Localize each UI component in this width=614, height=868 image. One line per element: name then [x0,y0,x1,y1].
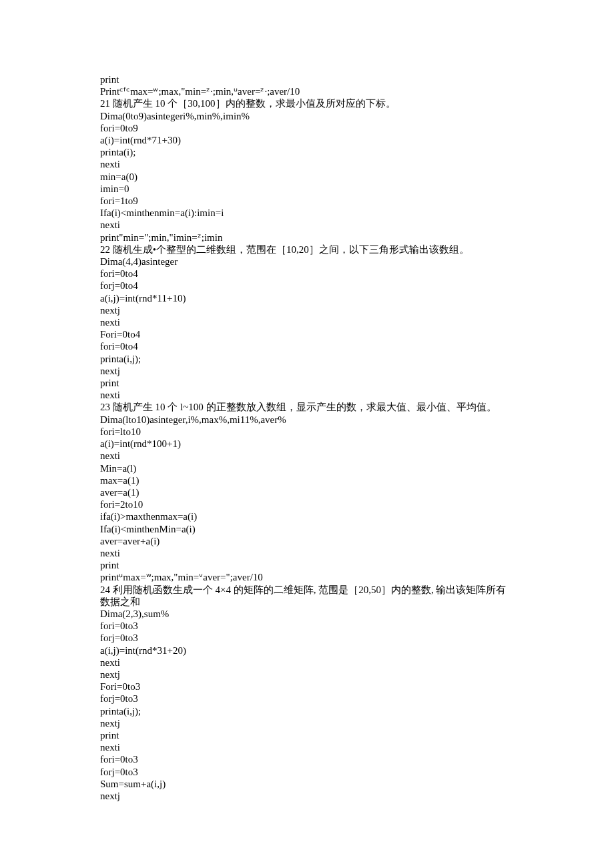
code-line: a(i)=int(rnd*71+30) [100,134,514,146]
code-line: Ifa(i)<minthenmin=a(i):imin=i [100,207,514,219]
code-line: Min=a(l) [100,462,514,474]
code-line: nextj [100,790,514,802]
code-line: forj=0to3 [100,632,514,644]
code-line: fori=lto10 [100,426,514,438]
code-line: printa(i,j); [100,353,514,365]
code-line: a(i)=int(rnd*100+1) [100,438,514,450]
code-line: fori=0to9 [100,122,514,134]
code-line: fori=1to9 [100,195,514,207]
code-line: Sum=sum+a(i,j) [100,778,514,790]
code-line: Dima(4,4)asinteger [100,256,514,268]
code-line: print [100,559,514,571]
code-line: 23 随机产生 10 个 l~100 的正整数放入数组，显示产生的数，求最大值、… [100,401,514,413]
code-line: nextj [100,717,514,729]
document-page: print Printᶜᶠᶜmax=ʷ;max,"min=ᶻ·;min,ᵘave… [0,0,614,842]
code-line: nexti [100,389,514,401]
code-line: print [100,729,514,741]
code-line: nextj [100,304,514,316]
code-line: nextj [100,365,514,377]
code-line: max=a(1) [100,474,514,486]
code-line: Fori=0to4 [100,328,514,340]
code-line: aver=aver+a(i) [100,535,514,547]
code-line: nexti [100,547,514,559]
code-line: printa(i); [100,146,514,158]
code-line: 24 利用随机函数生成一个 4×4 的矩阵的二维矩阵, 范围是［20,50］内的… [100,584,514,596]
code-line: forj=0to3 [100,766,514,778]
code-line: printa(i,j); [100,705,514,717]
code-line: nexti [100,219,514,231]
code-line: 21 随机产生 10 个［30,100］内的整数，求最小值及所对应的下标。 [100,97,514,109]
code-line: 22 随机生成•个整型的二维数组，范围在［10,20］之间，以下三角形式输出该数… [100,244,514,256]
code-line: nexti [100,450,514,462]
code-line: fori=0to4 [100,268,514,280]
code-line: Dima(lto10)asinteger,i%,max%,mi11%,aver% [100,414,514,426]
code-line: print"min=";min,"imin=ᶻ;imin [100,232,514,244]
code-line: nextj [100,669,514,681]
code-line: Printᶜᶠᶜmax=ʷ;max,"min=ᶻ·;min,ᵘaver=ᶻ·;a… [100,85,514,97]
code-line: Fori=0to3 [100,681,514,693]
code-line: aver=a(1) [100,486,514,498]
code-line: 数据之和 [100,596,514,608]
code-line: Dima(2,3),sum% [100,608,514,620]
code-line: nexti [100,741,514,753]
code-line: a(i,j)=int(rnd*11+10) [100,292,514,304]
code-line: nexti [100,657,514,669]
code-line: forj=0to4 [100,280,514,292]
code-line: fori=0to4 [100,340,514,352]
code-line: a(i,j)=int(rnd*31+20) [100,644,514,657]
code-line: imin=0 [100,183,514,195]
code-line: nexti [100,158,514,170]
code-line: nexti [100,316,514,328]
code-line: printᵘmax=ʷ;max,"min=ᵛaver=";aver/10 [100,571,514,583]
code-line: fori=0to3 [100,620,514,632]
code-line: print [100,73,514,85]
code-line: ifa(i)>maxthenmax=a(i) [100,510,514,522]
code-line: fori=2to10 [100,498,514,510]
code-line: forj=0to3 [100,693,514,705]
code-line: print [100,377,514,389]
code-line: min=a(0) [100,171,514,183]
code-line: Dima(0to9)asintegeri%,min%,imin% [100,110,514,122]
code-line: Ifa(i)<minthenMin=a(i) [100,523,514,535]
code-line: fori=0to3 [100,753,514,765]
